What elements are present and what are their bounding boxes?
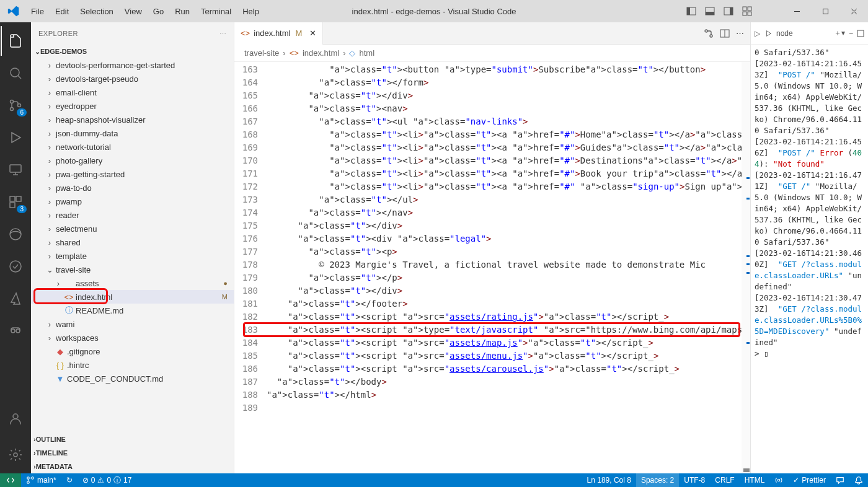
status-sync[interactable]: ↻: [61, 473, 78, 487]
menu-selection[interactable]: Selection: [75, 4, 118, 19]
activity-edge[interactable]: [1, 219, 30, 249]
file-.hintrc[interactable]: { }.hintrc: [31, 358, 234, 372]
activity-settings[interactable]: [1, 440, 30, 470]
status-eol[interactable]: CRLF: [710, 473, 739, 487]
folder-devtools-target-pseudo[interactable]: ›devtools-target-pseudo: [31, 72, 234, 86]
split-editor-icon[interactable]: [720, 29, 730, 38]
folder-json-dummy-data[interactable]: ›json-dummy-data: [31, 126, 234, 140]
activity-copilot[interactable]: [1, 316, 30, 346]
chevron-icon: ›: [45, 156, 55, 165]
section-outline[interactable]: ›OUTLINE: [31, 432, 234, 446]
folder-photo-gallery[interactable]: ›photo-gallery: [31, 154, 234, 167]
debug-console[interactable]: 0 Safari/537.36" [2023-02-16T14:21:16.45…: [751, 45, 868, 473]
toggle-primary-sidebar-icon[interactable]: [684, 4, 698, 18]
toggle-panel-icon[interactable]: [703, 4, 717, 18]
activity-remote-explorer[interactable]: [1, 155, 30, 185]
explorer-root[interactable]: ⌄ EDGE-DEMOS: [31, 45, 234, 58]
toggle-secondary-sidebar-icon[interactable]: [722, 4, 735, 18]
folder-network-tutorial[interactable]: ›network-tutorial: [31, 140, 234, 154]
folder-workspaces[interactable]: ›workspaces: [31, 331, 234, 344]
status-prettier[interactable]: ✓Prettier: [788, 473, 831, 487]
html-file-icon: <>: [290, 48, 299, 58]
file-icon: ⓘ: [63, 305, 74, 316]
maximize-button[interactable]: [811, 0, 839, 22]
activity-search[interactable]: [1, 58, 30, 88]
explorer-sidebar: EXPLORER ⋯ ⌄ EDGE-DEMOS ›devtools-perfor…: [31, 22, 234, 473]
folder-assets[interactable]: ›assets●: [31, 276, 234, 290]
menu-go[interactable]: Go: [148, 4, 169, 19]
folder-shared[interactable]: ›shared: [31, 235, 234, 249]
status-feedback-icon[interactable]: [831, 473, 849, 487]
menu-view[interactable]: View: [120, 4, 147, 19]
tab-index-html[interactable]: <> index.html M ✕: [234, 22, 323, 45]
tab-more-icon[interactable]: ⋯: [736, 29, 744, 38]
svg-point-28: [11, 329, 15, 333]
menu-file[interactable]: File: [26, 4, 49, 19]
debug-run-icon[interactable]: ▷: [755, 29, 760, 38]
section-timeline[interactable]: ›TIMELINE: [31, 446, 234, 460]
folder-wami[interactable]: ›wami: [31, 317, 234, 331]
svg-point-26: [10, 229, 21, 240]
folder-selectmenu[interactable]: ›selectmenu: [31, 222, 234, 235]
menu-run[interactable]: Run: [170, 4, 195, 19]
svg-point-39: [27, 481, 30, 484]
status-live-icon[interactable]: [769, 473, 788, 487]
file-tree[interactable]: ›devtools-performance-get-started›devtoo…: [31, 58, 234, 432]
debug-minus-icon[interactable]: −: [849, 29, 853, 38]
debug-add-icon[interactable]: ＋▾: [834, 28, 845, 38]
activity-azure[interactable]: [1, 284, 30, 314]
vscode-logo-icon: [6, 4, 21, 19]
crumb-symbol[interactable]: html: [359, 48, 374, 58]
customize-layout-icon[interactable]: [740, 4, 754, 18]
activity-run-debug[interactable]: [1, 123, 30, 152]
breadcrumb[interactable]: travel-site› <> index.html› ◇ html: [234, 45, 750, 62]
status-language[interactable]: HTML: [740, 473, 770, 487]
folder-pwamp[interactable]: ›pwamp: [31, 195, 234, 208]
minimize-button[interactable]: [782, 0, 811, 22]
activity-accounts[interactable]: [1, 404, 30, 434]
tab-close-icon[interactable]: ✕: [309, 29, 316, 38]
section-metadata[interactable]: ›METADATA: [31, 460, 234, 473]
menu-help[interactable]: Help: [237, 4, 264, 19]
folder-heap-snapshot-visualizer[interactable]: ›heap-snapshot-visualizer: [31, 113, 234, 126]
file-README.md[interactable]: ⓘREADME.md: [31, 304, 234, 317]
folder-devtools-performance-get-started[interactable]: ›devtools-performance-get-started: [31, 58, 234, 72]
file-index.html[interactable]: <>index.htmlM: [31, 290, 234, 304]
folder-template[interactable]: ›template: [31, 249, 234, 263]
status-bell-icon[interactable]: [849, 473, 868, 487]
status-problems[interactable]: ⊘0 ⚠0 ⓘ17: [78, 473, 137, 487]
crumb-folder[interactable]: travel-site: [244, 48, 279, 58]
folder-email-client[interactable]: ›email-client: [31, 86, 234, 99]
chevron-icon: ›: [45, 224, 55, 234]
status-cursor[interactable]: Ln 189, Col 8: [582, 473, 636, 487]
remote-button[interactable]: [0, 473, 21, 487]
status-spaces[interactable]: Spaces: 2: [636, 473, 679, 487]
crumb-file[interactable]: index.html: [303, 48, 339, 58]
explorer-more-icon[interactable]: ⋯: [219, 30, 227, 38]
folder-eyedropper[interactable]: ›eyedropper: [31, 99, 234, 113]
code-editor[interactable]: 163 164 165 166 167 168 169 170 171 172 …: [234, 62, 750, 473]
status-branch[interactable]: main*: [21, 473, 61, 487]
compare-changes-icon[interactable]: [704, 29, 714, 38]
folder-reader[interactable]: ›reader: [31, 208, 234, 222]
minimap[interactable]: [742, 62, 750, 473]
debug-close-icon[interactable]: [857, 30, 864, 37]
menu-edit[interactable]: Edit: [50, 4, 74, 19]
file-.gitignore[interactable]: ◆.gitignore: [31, 344, 234, 358]
debug-target[interactable]: node: [776, 29, 793, 38]
activity-testing[interactable]: [1, 252, 30, 281]
folder-pwa-getting-started[interactable]: ›pwa-getting-started: [31, 167, 234, 181]
activity-extensions[interactable]: 3: [1, 187, 30, 217]
file-CODE_OF_CONDUCT.md[interactable]: ▼CODE_OF_CONDUCT.md: [31, 372, 234, 385]
chevron-icon: ›: [45, 211, 55, 220]
status-encoding[interactable]: UTF-8: [679, 473, 710, 487]
debug-target-icon[interactable]: [764, 29, 773, 38]
folder-pwa-to-do[interactable]: ›pwa-to-do: [31, 181, 234, 195]
folder-travel-site[interactable]: ⌄travel-site: [31, 263, 234, 276]
menu-terminal[interactable]: Terminal: [196, 4, 236, 19]
activity-source-control[interactable]: 6: [1, 90, 30, 120]
code-content[interactable]: "a">class="t"><button "a">type="submit">…: [267, 62, 742, 473]
activity-explorer[interactable]: [1, 26, 30, 56]
chevron-icon: ›: [45, 170, 55, 179]
close-button[interactable]: [839, 0, 868, 22]
